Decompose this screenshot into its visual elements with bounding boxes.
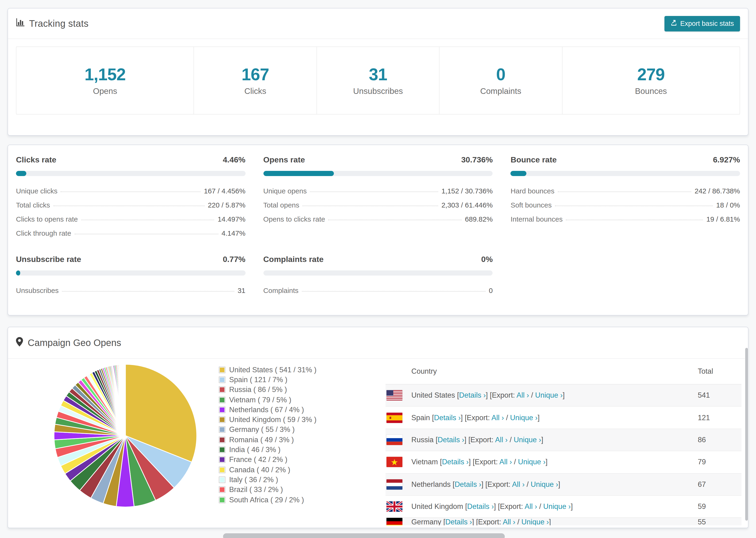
geo-opens-table: Country Total United States [Details ›] … [386,358,741,525]
legend-swatch [219,397,225,403]
legend-label: Netherlands ( 67 / 4% ) [229,405,304,414]
export-unique-link[interactable]: Unique › [531,480,558,488]
export-all-link[interactable]: All › [491,413,504,421]
flag-vn-icon [387,457,403,467]
rate-detail-row: Clicks to opens rate14.497% [16,212,245,226]
legend-item: Italy ( 36 / 2% ) [219,475,316,485]
country-total: 67 [698,480,741,489]
horizontal-scrollbar-thumb[interactable] [223,533,505,538]
dotted-leader [310,191,438,192]
legend-item: South Africa ( 29 / 2% ) [219,495,316,505]
legend-item: France ( 42 / 2% ) [219,455,316,465]
progress-bar [16,270,245,276]
country-name: United States [411,391,457,399]
legend-item: United Kingdom ( 59 / 3% ) [219,415,316,425]
geo-row-text: Russia [Details ›] [Export: All › / Uniq… [411,436,698,444]
export-all-link[interactable]: All › [516,391,529,399]
separator-text: / [537,502,543,510]
export-unique-link[interactable]: Unique › [543,502,571,510]
export-unique-link[interactable]: Unique › [518,458,545,466]
rate-detail-label: Clicks to opens rate [16,215,78,223]
details-link[interactable]: Details › [467,502,494,510]
details-link[interactable]: Details › [434,413,461,421]
export-prefix-text: ] [Export: [460,413,491,421]
legend-label: India ( 46 / 3% ) [229,446,281,454]
rate-detail-value: 242 / 86.738% [694,187,740,194]
details-link[interactable]: Details › [445,518,472,525]
separator-text: / [525,480,531,488]
stat-value: 279 [637,65,665,84]
stat-value: 0 [496,65,505,84]
rate-percent: 0.77% [223,255,245,264]
country-name: Vietnam [411,458,440,466]
rate-detail-value: 4.147% [222,229,245,237]
legend-swatch [219,457,225,463]
stat-box-bounces: 279Bounces [562,47,739,114]
rate-detail-label: Opens to clicks rate [263,215,325,223]
stat-label: Opens [93,86,117,96]
stat-box-opens: 1,152Opens [17,47,194,114]
separator-text: / [529,391,535,399]
dotted-leader [558,191,691,192]
legend-label: Romania ( 49 / 3% ) [229,435,294,444]
dotted-leader [62,291,234,291]
progress-bar [263,171,493,176]
rate-detail-row: Unsubscribes31 [16,283,245,297]
stat-box-unsubscribes: 31Unsubscribes [316,47,439,114]
dotted-leader [53,205,204,206]
legend-item: Russia ( 86 / 5% ) [219,385,316,395]
bracket-text: [ [436,436,438,444]
flag-gb-icon [387,501,403,512]
rate-title: Complaints rate [263,255,324,264]
export-all-link[interactable]: All › [512,480,524,488]
bracket-text: ] [546,458,548,466]
rates-grid: Clicks rate4.46%Unique clicks167 / 4.456… [8,145,748,309]
export-all-link[interactable]: All › [503,518,515,525]
details-link[interactable]: Details › [438,436,464,444]
geo-table-row: United States [Details ›] [Export: All ›… [386,385,741,407]
stat-label: Clicks [244,86,266,96]
rate-detail-label: Complaints [263,286,298,294]
details-link[interactable]: Details › [455,480,481,488]
stat-value: 1,152 [84,65,126,84]
rate-detail-row: Hard bounces242 / 86.738% [511,184,740,198]
pie-legend: United States ( 541 / 31% )Spain ( 121 /… [219,365,316,505]
vertical-scrollbar-thumb[interactable] [745,348,748,521]
geo-table-row: Russia [Details ›] [Export: All › / Uniq… [386,429,741,452]
bracket-text: ] [538,413,540,421]
country-name: Spain [411,413,432,421]
legend-swatch [219,466,225,473]
export-all-link[interactable]: All › [525,502,537,510]
details-link[interactable]: Details › [442,458,469,466]
rate-percent: 0% [481,255,493,264]
export-unique-link[interactable]: Unique › [521,518,549,525]
rate-detail-value: 1,152 / 30.736% [441,187,493,194]
legend-item: Canada ( 40 / 2% ) [219,465,316,475]
geo-opens-header: Campaign Geo Opens [8,327,748,359]
export-prefix-text: ] [Export: [486,391,516,399]
export-unique-link[interactable]: Unique › [510,413,537,421]
export-basic-stats-button[interactable]: Export basic stats [664,16,740,31]
bracket-text: ] [541,436,543,444]
details-link[interactable]: Details › [459,391,486,399]
rate-header: Complaints rate0% [263,255,493,264]
flag-ru-icon [387,435,403,445]
rate-header: Bounce rate6.927% [511,155,740,165]
rate-detail-value: 0 [489,286,493,294]
rate-detail-label: Internal bounces [511,215,563,223]
export-unique-link[interactable]: Unique › [535,391,563,399]
export-icon [670,20,677,27]
flag-nl-icon [387,479,403,490]
rate-block-clicks-rate: Clicks rate4.46%Unique clicks167 / 4.456… [16,155,245,240]
rate-detail-row: Total opens2,303 / 61.446% [263,198,493,212]
rate-detail-value: 220 / 5.87% [208,201,245,209]
country-name: Netherlands [411,480,453,488]
geo-row-text: Germany [Details ›] [Export: All › / Uni… [411,518,698,525]
export-all-link[interactable]: All › [495,436,508,444]
rate-percent: 6.927% [713,155,740,165]
rate-detail-value: 14.497% [218,215,245,223]
rate-detail-value: 167 / 4.456% [204,187,245,194]
rate-detail-label: Unsubscribes [16,286,59,294]
export-unique-link[interactable]: Unique › [514,436,541,444]
export-all-link[interactable]: All › [499,458,512,466]
